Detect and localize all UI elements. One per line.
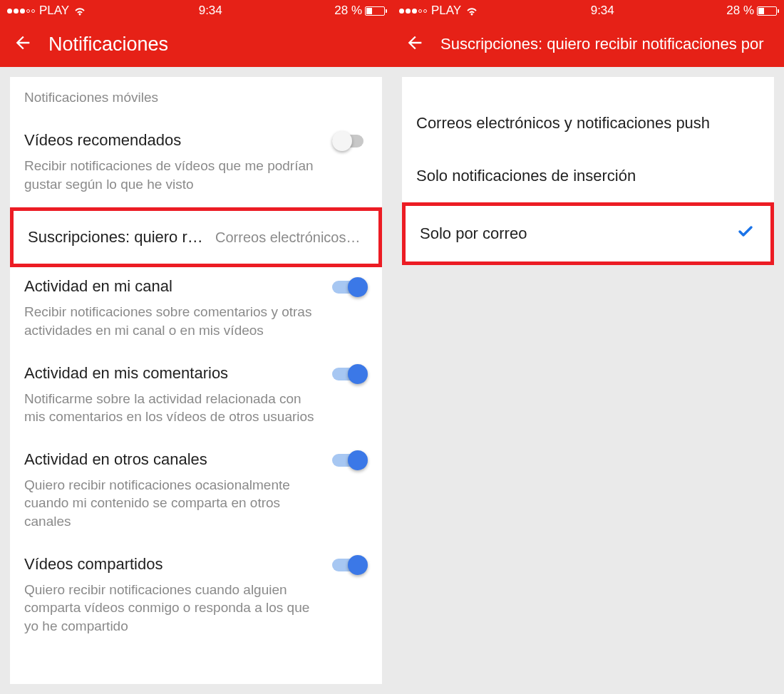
wifi-icon	[73, 6, 86, 16]
back-arrow-icon[interactable]	[13, 33, 33, 56]
options-content: Correos electrónicos y notificaciones pu…	[392, 67, 784, 694]
row-desc: Quiero recibir notificaciones ocasionalm…	[24, 476, 368, 531]
row-title: Actividad en mis comentarios	[24, 364, 368, 383]
toggle-comment-activity[interactable]	[332, 364, 368, 384]
status-time: 9:34	[199, 4, 222, 18]
highlight-subscriptions: Suscripciones: quiero recibir notificaci…	[10, 207, 382, 267]
nav-bar: Suscripciones: quiero recibir notificaci…	[392, 21, 784, 67]
wifi-icon	[465, 6, 478, 16]
status-left: PLAY	[7, 4, 86, 18]
toggle-other-channels[interactable]	[332, 450, 368, 470]
row-recommended-videos[interactable]: Vídeos recomendados Recibir notificacion…	[10, 121, 382, 207]
row-desc: Notificarme sobre la actividad relaciona…	[24, 390, 368, 426]
cellular-signal-icon	[399, 9, 427, 14]
option-email-and-push[interactable]: Correos electrónicos y notificaciones pu…	[402, 97, 774, 150]
option-push-only[interactable]: Solo notificaciones de inserción	[402, 150, 774, 202]
row-comment-activity[interactable]: Actividad en mis comentarios Notificarme…	[10, 354, 382, 440]
option-label: Solo notificaciones de inserción	[416, 167, 636, 185]
option-email-only[interactable]: Solo por correo	[406, 206, 770, 261]
section-header-mobile: Notificaciones móviles	[10, 86, 382, 121]
row-desc: Recibir notificaciones de vídeos que me …	[24, 157, 368, 193]
page-title: Notificaciones	[48, 33, 168, 56]
nav-bar: Notificaciones	[0, 21, 392, 67]
battery-percent: 28 %	[334, 4, 362, 18]
row-channel-activity[interactable]: Actividad en mi canal Recibir notificaci…	[10, 267, 382, 353]
row-title: Vídeos recomendados	[24, 131, 368, 150]
battery-fill	[758, 8, 764, 14]
status-bar: PLAY 9:34 28 %	[0, 0, 392, 21]
carrier-label: PLAY	[39, 4, 69, 18]
battery-fill	[366, 8, 372, 14]
back-arrow-icon[interactable]	[405, 33, 425, 56]
row-label: Suscripciones: quiero recibir notificaci…	[28, 228, 208, 247]
status-bar: PLAY 9:34 28 %	[392, 0, 784, 21]
settings-card: Notificaciones móviles Vídeos recomendad…	[10, 77, 382, 684]
status-right: 28 %	[726, 4, 777, 18]
status-left: PLAY	[399, 4, 478, 18]
row-title: Vídeos compartidos	[24, 555, 368, 574]
row-other-channels[interactable]: Actividad en otros canales Quiero recibi…	[10, 440, 382, 545]
row-title: Actividad en otros canales	[24, 450, 368, 469]
carrier-label: PLAY	[431, 4, 461, 18]
status-right: 28 %	[334, 4, 385, 18]
status-time: 9:34	[591, 4, 614, 18]
options-card: Correos electrónicos y notificaciones pu…	[402, 77, 774, 265]
page-title: Suscripciones: quiero recibir notificaci…	[440, 35, 764, 53]
row-desc: Quiero recibir notificaciones cuando alg…	[24, 581, 368, 636]
settings-content: Notificaciones móviles Vídeos recomendad…	[0, 67, 392, 694]
row-desc: Recibir notificaciones sobre comentarios…	[24, 303, 368, 339]
battery-percent: 28 %	[726, 4, 754, 18]
cellular-signal-icon	[7, 9, 35, 14]
option-label: Solo por correo	[420, 224, 527, 243]
row-value: Correos electrónicos y notificaciones pu…	[215, 229, 364, 246]
screen-notifications: PLAY 9:34 28 % Notificaciones Notificaci…	[0, 0, 392, 694]
row-shared-videos[interactable]: Vídeos compartidos Quiero recibir notifi…	[10, 545, 382, 650]
screen-subscription-options: PLAY 9:34 28 % Suscripciones: quiero rec…	[392, 0, 784, 694]
option-label: Correos electrónicos y notificaciones pu…	[416, 114, 710, 133]
highlight-selected-option: Solo por correo	[402, 202, 774, 265]
toggle-shared-videos[interactable]	[332, 555, 368, 575]
toggle-channel-activity[interactable]	[332, 277, 368, 297]
row-title: Actividad en mi canal	[24, 277, 368, 296]
battery-icon	[365, 6, 385, 16]
battery-icon	[757, 6, 777, 16]
row-subscriptions[interactable]: Suscripciones: quiero recibir notificaci…	[14, 211, 378, 264]
checkmark-icon	[735, 223, 756, 244]
toggle-recommended-videos[interactable]	[332, 131, 368, 151]
